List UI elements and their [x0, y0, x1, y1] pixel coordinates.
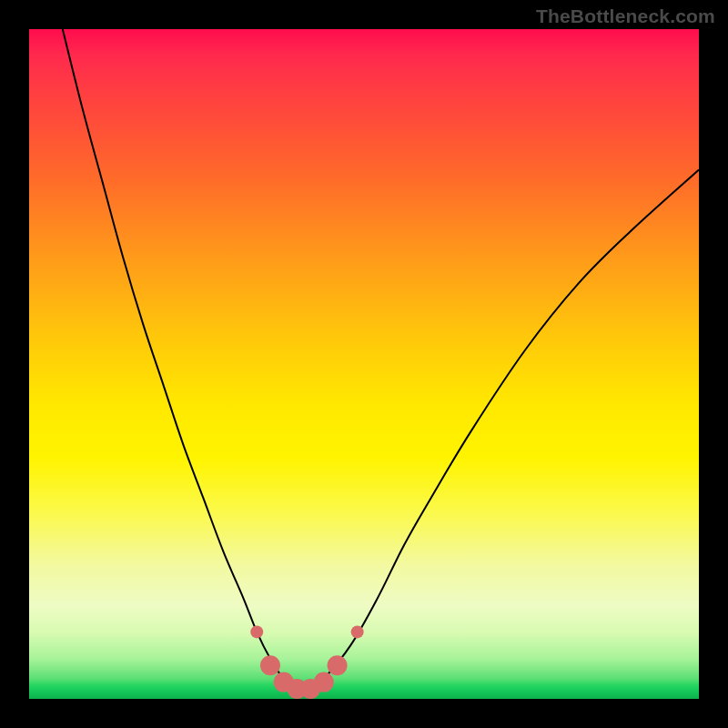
trough-marker [351, 625, 364, 638]
chart-frame: TheBottleneck.com [0, 0, 728, 728]
chart-plot-area [29, 29, 699, 699]
trough-markers [250, 625, 363, 699]
chart-svg [29, 29, 699, 699]
trough-marker [314, 672, 334, 693]
trough-marker [260, 655, 280, 675]
bottleneck-curve [63, 29, 699, 690]
watermark-text: TheBottleneck.com [536, 5, 715, 27]
trough-marker [250, 625, 263, 638]
trough-marker [328, 655, 348, 675]
